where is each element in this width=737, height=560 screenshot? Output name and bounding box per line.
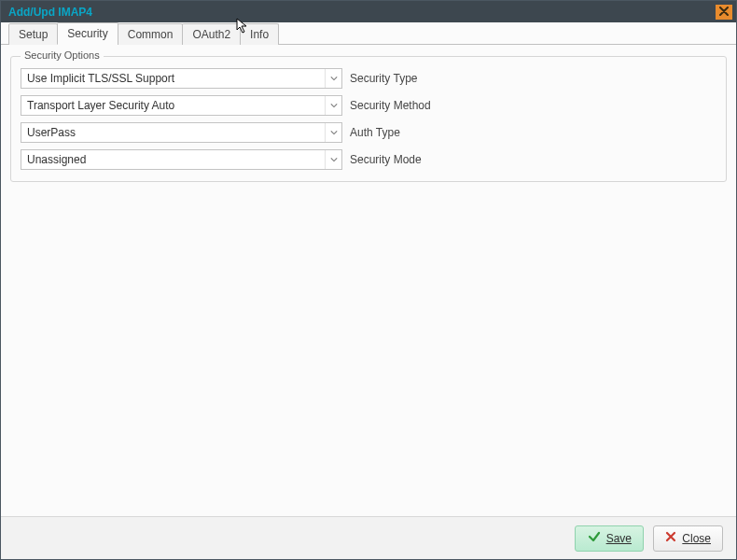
tab-label: OAuth2 [192, 28, 230, 41]
chevron-down-icon [325, 96, 341, 115]
tab-setup[interactable]: Setup [8, 23, 58, 45]
tab-label: Common [128, 28, 174, 41]
tab-strip: Setup Security Common OAuth2 Info [1, 22, 736, 45]
chevron-down-icon [325, 123, 341, 142]
security-type-label: Security Type [350, 72, 417, 85]
close-button[interactable]: Close [653, 525, 723, 552]
tab-oauth2[interactable]: OAuth2 [182, 23, 241, 45]
select-value: Unassigned [27, 153, 325, 166]
tab-common[interactable]: Common [118, 23, 184, 45]
close-icon [719, 6, 729, 19]
chevron-down-icon [325, 150, 341, 169]
tab-info[interactable]: Info [240, 23, 279, 45]
tab-label: Setup [19, 28, 48, 41]
security-method-select[interactable]: Transport Layer Security Auto [21, 95, 342, 116]
window-title: Add/Upd IMAP4 [8, 6, 716, 19]
select-value: Transport Layer Security Auto [27, 99, 325, 112]
security-mode-label: Security Mode [350, 153, 422, 166]
window-close-button[interactable] [716, 5, 732, 20]
group-legend: Security Options [21, 49, 104, 61]
dialog-footer: Save Close [1, 516, 736, 559]
security-method-label: Security Method [350, 99, 431, 112]
close-button-label: Close [682, 532, 711, 545]
security-options-group: Security Options Use Implicit TLS/SSL Su… [10, 56, 727, 182]
tab-label: Info [250, 28, 269, 41]
check-icon [588, 530, 601, 546]
save-button-label: Save [606, 532, 632, 545]
titlebar: Add/Upd IMAP4 [1, 1, 736, 22]
chevron-down-icon [325, 69, 341, 88]
tab-content: Security Options Use Implicit TLS/SSL Su… [1, 45, 736, 516]
select-value: Use Implicit TLS/SSL Support [27, 72, 325, 85]
row-security-type: Use Implicit TLS/SSL Support Security Ty… [21, 68, 716, 89]
tab-security[interactable]: Security [57, 22, 118, 45]
security-type-select[interactable]: Use Implicit TLS/SSL Support [21, 68, 342, 89]
dialog-window: Add/Upd IMAP4 Setup Security Common OAut… [0, 0, 737, 560]
auth-type-label: Auth Type [350, 126, 400, 139]
x-icon [665, 531, 676, 545]
row-auth-type: UserPass Auth Type [21, 122, 716, 143]
row-security-mode: Unassigned Security Mode [21, 149, 716, 170]
select-value: UserPass [27, 126, 325, 139]
auth-type-select[interactable]: UserPass [21, 122, 342, 143]
save-button[interactable]: Save [575, 525, 644, 552]
security-mode-select[interactable]: Unassigned [21, 149, 342, 170]
tab-label: Security [67, 27, 107, 40]
row-security-method: Transport Layer Security Auto Security M… [21, 95, 716, 116]
